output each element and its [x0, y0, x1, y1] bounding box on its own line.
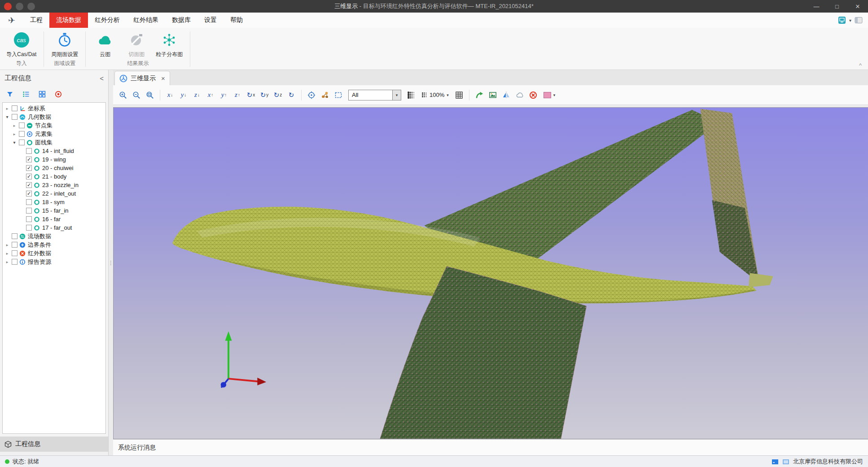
menu-tab-ir-analysis[interactable]: 红外分析	[88, 13, 127, 28]
clear-red-button[interactable]	[527, 89, 539, 101]
view-y-up-button[interactable]: y↑	[218, 89, 230, 101]
rotate-y-button[interactable]: ↻y	[258, 89, 271, 101]
app-menu-icon[interactable]	[4, 3, 12, 10]
close-button[interactable]: ✕	[847, 0, 868, 13]
entity-filter-select[interactable]: All▾	[348, 90, 401, 100]
maximize-button[interactable]: □	[827, 0, 847, 13]
menu-tab-database[interactable]: 数据库	[165, 13, 197, 28]
view-z-up-button[interactable]: z↑	[231, 89, 244, 101]
view-y-down-button[interactable]: y↓	[177, 89, 190, 101]
periodic-face-settings-button[interactable]: 周期面设置	[48, 31, 81, 58]
checkbox[interactable]	[12, 250, 18, 256]
tree-item-face-set[interactable]: ▾ 面线集	[3, 138, 105, 147]
tree-item-wing[interactable]: ✓ 19 - wing	[3, 155, 105, 164]
checkbox[interactable]	[19, 122, 25, 128]
export-arrow-button[interactable]	[473, 89, 486, 101]
appearance-dropdown[interactable]: ▾	[540, 89, 559, 101]
zoom-fit-button[interactable]	[144, 89, 156, 101]
menu-tab-project[interactable]: 工程	[23, 13, 49, 28]
target-button[interactable]	[54, 90, 63, 99]
expander-icon[interactable]: ▸	[4, 260, 10, 264]
display-settings-icon[interactable]	[838, 16, 846, 24]
checkbox[interactable]	[26, 208, 32, 214]
expander-icon[interactable]: ▸	[12, 132, 17, 136]
checkbox[interactable]	[26, 225, 32, 231]
entity-filter-caret-icon[interactable]: ▾	[392, 90, 401, 100]
panel-footer-tab[interactable]: 工程信息	[0, 436, 108, 452]
tree-item-far-out[interactable]: 17 - far_out	[3, 223, 105, 232]
tree-item-chuiwei[interactable]: ✓ 20 - chuiwei	[3, 164, 105, 172]
console-light-icon[interactable]	[782, 458, 789, 465]
tree-item-element-set[interactable]: ▸ 元素集	[3, 130, 105, 138]
import-cas-dat-button[interactable]: cas导入Cas/Dat	[4, 31, 39, 58]
tree-item-flow-data[interactable]: 流场数据	[3, 232, 105, 240]
redo-icon[interactable]	[27, 3, 35, 10]
menu-tab-help[interactable]: 帮助	[224, 13, 250, 28]
tab-close-icon[interactable]: ×	[161, 74, 165, 82]
menu-tab-ir-results[interactable]: 红外结果	[127, 13, 165, 28]
viewport-3d[interactable]	[113, 107, 868, 439]
view-z-down-button[interactable]: z↓	[191, 89, 203, 101]
tree-item-boundary-conditions[interactable]: ▸ 边界条件	[3, 240, 105, 249]
checkbox[interactable]	[12, 259, 18, 265]
console-blue-icon[interactable]	[772, 458, 779, 465]
halftone-button[interactable]	[405, 89, 417, 101]
zoom-in-button[interactable]	[117, 89, 129, 101]
rotate-x-button[interactable]: ↻x	[245, 89, 257, 101]
tree-item-node-set[interactable]: ▸ 节点集	[3, 121, 105, 130]
checkbox[interactable]: ✓	[26, 157, 32, 162]
box-select-button[interactable]	[332, 89, 345, 101]
tree-item-far-in[interactable]: 15 - far_in	[3, 206, 105, 215]
tree-item-infrared-data[interactable]: ▸ 红外数据	[3, 249, 105, 258]
tree-item-body[interactable]: ✓ 21 - body	[3, 172, 105, 181]
snapshot-button[interactable]	[487, 89, 499, 101]
rotate-z-button[interactable]: ↻z	[272, 89, 284, 101]
grid-button[interactable]	[38, 90, 47, 99]
menubar-caret-icon[interactable]: ▾	[849, 18, 851, 23]
checkbox[interactable]	[19, 131, 25, 137]
checkbox[interactable]	[26, 148, 32, 154]
contour-map-button[interactable]: 云图	[90, 31, 120, 58]
checkbox[interactable]	[12, 105, 18, 111]
filter-button[interactable]	[5, 90, 14, 99]
checkbox[interactable]	[19, 140, 25, 145]
minimize-button[interactable]: —	[806, 0, 827, 13]
expander-icon[interactable]: ▾	[4, 114, 10, 119]
checkbox[interactable]: ✓	[26, 165, 32, 171]
expander-icon[interactable]: ▸	[4, 106, 10, 111]
rotate-free-button[interactable]: ↻	[285, 89, 298, 101]
tree-item-coord-system[interactable]: ▸ 坐标系	[3, 104, 105, 113]
ribbon-collapse-button[interactable]: ^	[859, 62, 862, 69]
checkbox[interactable]	[26, 199, 32, 205]
cloud-outline-button[interactable]	[513, 89, 526, 101]
list-button[interactable]	[22, 90, 31, 99]
checkbox[interactable]	[12, 233, 18, 239]
checkbox[interactable]: ✓	[26, 191, 32, 196]
mirror-button[interactable]	[500, 89, 513, 101]
checkbox[interactable]	[12, 114, 18, 120]
expander-icon[interactable]: ▸	[4, 251, 10, 256]
menu-tab-flow-field[interactable]: 流场数据	[49, 13, 88, 28]
tree-item-nozzle-in[interactable]: ✓ 23 - nozzle_in	[3, 181, 105, 189]
particle-distribution-button[interactable]: 粒子分布图	[153, 31, 185, 58]
tree-item-sym[interactable]: 18 - sym	[3, 198, 105, 206]
panel-toggle-icon[interactable]	[855, 16, 863, 24]
panel-collapse-button[interactable]: <	[100, 74, 104, 82]
molecule-button[interactable]	[319, 89, 331, 101]
panel-splitter[interactable]: ⋮	[109, 70, 113, 455]
grid9-button[interactable]	[453, 89, 465, 101]
zoom-level-dropdown[interactable]: 100%▾	[418, 89, 452, 101]
expander-icon[interactable]: ▸	[12, 123, 17, 128]
view-x-down-button[interactable]: x↓	[164, 89, 176, 101]
tree-item-far[interactable]: 16 - far	[3, 215, 105, 223]
expander-icon[interactable]: ▸	[4, 243, 10, 247]
locate-button[interactable]	[305, 89, 318, 101]
tree-item-report-resources[interactable]: ▸ 报告资源	[3, 258, 105, 266]
expander-icon[interactable]: ▾	[12, 140, 17, 145]
tree-item-int-fluid[interactable]: 14 - int_fluid	[3, 147, 105, 155]
tree-item-geometry-data[interactable]: ▾ 几何数据	[3, 113, 105, 121]
tree-item-inlet-out[interactable]: ✓ 22 - inlet_out	[3, 189, 105, 198]
checkbox[interactable]: ✓	[26, 174, 32, 179]
zoom-out-button[interactable]	[130, 89, 143, 101]
checkbox[interactable]	[12, 242, 18, 248]
